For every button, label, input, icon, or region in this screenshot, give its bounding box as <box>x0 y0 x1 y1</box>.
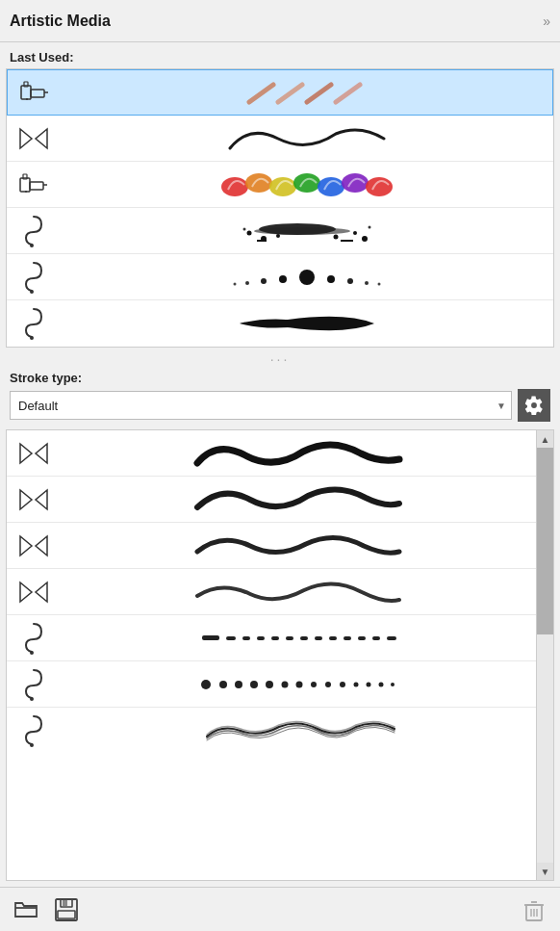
svg-rect-67 <box>372 636 380 640</box>
brush-list-item[interactable] <box>7 430 536 477</box>
last-used-item[interactable] <box>7 69 553 116</box>
brush-list-item[interactable] <box>7 523 536 569</box>
svg-marker-54 <box>36 582 47 602</box>
last-used-label: Last Used: <box>0 42 560 68</box>
brush-list-item[interactable] <box>7 708 536 754</box>
stroke-dropdown-wrap: Default Artistic Calligraphic Pressure S… <box>10 391 512 420</box>
svg-point-18 <box>269 177 296 196</box>
svg-point-70 <box>201 680 211 689</box>
svg-line-5 <box>249 85 273 102</box>
open-button[interactable] <box>10 893 42 926</box>
brush-preview-hatching <box>60 706 536 756</box>
trash-icon <box>522 897 547 922</box>
hook-icon <box>20 215 47 247</box>
brush-icon-cell <box>7 577 60 608</box>
svg-line-8 <box>336 85 360 102</box>
save-icon <box>54 897 79 922</box>
last-used-list <box>6 68 554 348</box>
brush-icon-cell <box>7 167 60 203</box>
brush-icon-cell <box>7 123 60 154</box>
svg-point-83 <box>391 683 395 686</box>
bottom-toolbar <box>0 887 560 931</box>
svg-marker-51 <box>20 536 32 556</box>
svg-rect-64 <box>329 636 337 640</box>
last-used-item[interactable] <box>7 208 553 254</box>
svg-point-76 <box>295 681 302 687</box>
panel-header: Artistic Media » <box>0 0 560 42</box>
svg-point-20 <box>318 177 344 196</box>
svg-point-44 <box>365 281 369 285</box>
svg-point-28 <box>276 234 280 238</box>
gear-icon <box>524 396 544 415</box>
gear-settings-button[interactable] <box>518 389 550 422</box>
brush-icon-cell <box>7 530 60 561</box>
svg-point-26 <box>246 230 251 235</box>
svg-point-81 <box>366 682 370 686</box>
divider: ... <box>0 348 560 365</box>
expand-icon[interactable]: » <box>543 13 550 29</box>
svg-rect-0 <box>21 86 31 99</box>
scroll-up-button[interactable]: ▲ <box>537 430 554 448</box>
bowtie-icon <box>18 127 49 150</box>
svg-marker-48 <box>36 444 47 463</box>
svg-rect-88 <box>58 911 75 918</box>
svg-point-30 <box>353 231 357 235</box>
svg-point-43 <box>347 278 353 284</box>
svg-point-36 <box>30 290 34 294</box>
svg-point-80 <box>353 682 358 686</box>
bowtie-icon <box>18 534 49 557</box>
svg-point-39 <box>261 278 267 284</box>
brush-icon-cell <box>7 618 60 659</box>
scroll-track[interactable] <box>537 448 553 863</box>
hook-icon <box>20 261 47 294</box>
brush-preview-dots-line <box>60 659 536 710</box>
scroll-down-button[interactable]: ▼ <box>537 863 554 880</box>
svg-line-7 <box>307 85 331 102</box>
delete-button[interactable] <box>518 893 550 926</box>
brush-list-item[interactable] <box>7 477 536 523</box>
svg-point-71 <box>219 681 227 688</box>
brush-list-container: ▲ ▼ <box>6 429 554 881</box>
last-used-item[interactable] <box>7 116 553 162</box>
brush-list-item[interactable] <box>7 569 536 615</box>
svg-point-77 <box>311 682 317 687</box>
stroke-type-select[interactable]: Default Artistic Calligraphic Pressure S… <box>10 391 512 420</box>
bowtie-icon <box>18 442 49 465</box>
brush-preview-wave-black <box>60 116 553 162</box>
brush-list-item[interactable] <box>7 661 536 708</box>
svg-point-31 <box>362 236 368 242</box>
brush-list-item[interactable] <box>7 615 536 661</box>
save-button[interactable] <box>50 893 83 926</box>
svg-point-41 <box>233 282 236 285</box>
svg-point-78 <box>325 682 331 687</box>
panel-title: Artistic Media <box>10 13 111 30</box>
brush-list <box>7 430 536 880</box>
last-used-item[interactable] <box>7 162 553 208</box>
brush-icon-cell <box>7 711 60 751</box>
scrollbar[interactable]: ▲ ▼ <box>536 430 553 880</box>
svg-rect-60 <box>271 636 279 640</box>
brush-preview-wave4 <box>60 567 536 617</box>
svg-rect-87 <box>63 900 67 906</box>
brush-icon-cell <box>7 211 60 251</box>
brush-preview-rainbow <box>60 162 553 208</box>
stroke-type-label: Stroke type: <box>10 371 550 389</box>
last-used-item[interactable] <box>7 254 553 300</box>
hook-icon <box>20 668 47 701</box>
svg-point-74 <box>266 681 273 688</box>
svg-point-55 <box>30 651 34 655</box>
svg-rect-57 <box>226 636 236 640</box>
svg-point-72 <box>235 681 242 688</box>
spray-icon <box>18 170 49 199</box>
brush-icon-cell <box>7 438 60 469</box>
hook-icon <box>20 714 47 747</box>
svg-rect-11 <box>20 178 30 192</box>
svg-rect-12 <box>30 182 43 190</box>
hook-icon <box>20 622 47 655</box>
spray-icon <box>19 78 50 107</box>
svg-marker-50 <box>36 490 47 509</box>
last-used-item[interactable] <box>7 300 553 347</box>
scroll-thumb[interactable] <box>537 448 553 634</box>
bowtie-icon <box>18 488 49 511</box>
svg-point-33 <box>368 225 370 228</box>
